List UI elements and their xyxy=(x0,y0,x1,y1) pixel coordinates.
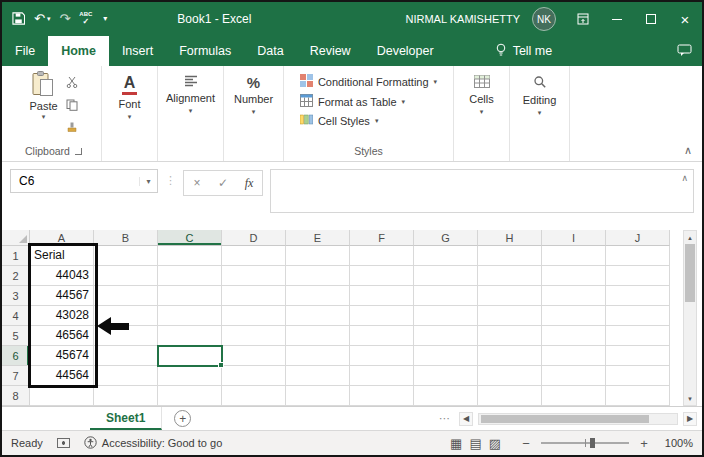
row-header-2[interactable]: 2 xyxy=(2,266,30,286)
font-group-button[interactable]: A Font ▾ xyxy=(102,66,158,161)
spelling-check-icon[interactable]: ABC✓ xyxy=(79,11,92,26)
cell-A1[interactable]: Serial xyxy=(30,246,94,266)
cell-I7[interactable] xyxy=(542,366,606,386)
name-box-dropdown-icon[interactable]: ▾ xyxy=(139,177,157,186)
cell-F8[interactable] xyxy=(350,386,414,406)
cell-G5[interactable] xyxy=(414,326,478,346)
scroll-left-icon[interactable]: ◀ xyxy=(459,412,473,426)
cell-D2[interactable] xyxy=(222,266,286,286)
save-icon[interactable] xyxy=(12,12,25,25)
cell-A4[interactable]: 43028 xyxy=(30,306,94,326)
cell-B7[interactable] xyxy=(94,366,158,386)
tab-home[interactable]: Home xyxy=(48,36,109,66)
tell-me-box[interactable]: Tell me xyxy=(495,36,553,66)
column-header-J[interactable]: J xyxy=(606,230,670,246)
cell-D1[interactable] xyxy=(222,246,286,266)
cut-icon[interactable] xyxy=(66,74,78,92)
cell-H1[interactable] xyxy=(478,246,542,266)
cell-G1[interactable] xyxy=(414,246,478,266)
format-as-table-button[interactable]: Format as Table ▾ xyxy=(300,94,405,109)
cell-C4[interactable] xyxy=(158,306,222,326)
customize-qat-icon[interactable]: ▾ xyxy=(103,15,107,23)
formula-bar-handle[interactable]: ⋮ xyxy=(165,174,176,187)
cell-J5[interactable] xyxy=(606,326,670,346)
paste-button[interactable]: Paste ▾ xyxy=(29,71,57,138)
accessibility-status[interactable]: Accessibility: Good to go xyxy=(84,436,222,451)
column-header-G[interactable]: G xyxy=(414,230,478,246)
column-header-D[interactable]: D xyxy=(222,230,286,246)
cell-H3[interactable] xyxy=(478,286,542,306)
cell-H7[interactable] xyxy=(478,366,542,386)
column-header-C[interactable]: C xyxy=(158,230,222,246)
cell-F7[interactable] xyxy=(350,366,414,386)
column-header-H[interactable]: H xyxy=(478,230,542,246)
page-break-view-icon[interactable]: ▨ xyxy=(489,436,501,451)
conditional-formatting-button[interactable]: Conditional Formatting ▾ xyxy=(300,74,437,89)
cell-G6[interactable] xyxy=(414,346,478,366)
editing-group-button[interactable]: Editing ▾ xyxy=(510,66,570,161)
clipboard-dialog-launcher-icon[interactable] xyxy=(75,148,82,155)
cell-B8[interactable] xyxy=(94,386,158,406)
user-avatar[interactable]: NK xyxy=(532,7,556,31)
cell-I1[interactable] xyxy=(542,246,606,266)
tab-developer[interactable]: Developer xyxy=(364,36,447,66)
cell-A6[interactable]: 45674 xyxy=(30,346,94,366)
scroll-up-icon[interactable]: ▲ xyxy=(684,231,696,244)
cells-group-button[interactable]: Cells ▾ xyxy=(454,66,510,161)
cell-D5[interactable] xyxy=(222,326,286,346)
collapse-ribbon-icon[interactable]: ∧ xyxy=(684,144,692,157)
row-header-6[interactable]: 6 xyxy=(2,346,30,366)
cell-D8[interactable] xyxy=(222,386,286,406)
column-header-F[interactable]: F xyxy=(350,230,414,246)
cell-F4[interactable] xyxy=(350,306,414,326)
macro-record-icon[interactable] xyxy=(57,438,70,448)
cell-I5[interactable] xyxy=(542,326,606,346)
row-header-8[interactable]: 8 xyxy=(2,386,30,406)
tab-data[interactable]: Data xyxy=(244,36,296,66)
add-sheet-button[interactable]: + xyxy=(174,410,191,427)
column-header-B[interactable]: B xyxy=(94,230,158,246)
scroll-right-icon[interactable]: ▶ xyxy=(683,412,697,426)
cell-H2[interactable] xyxy=(478,266,542,286)
scrollbar-resize-handle[interactable]: ⋯ xyxy=(439,412,450,425)
copy-icon[interactable] xyxy=(66,97,78,115)
cell-B2[interactable] xyxy=(94,266,158,286)
zoom-slider-thumb[interactable] xyxy=(590,438,595,448)
name-box[interactable]: C6 ▾ xyxy=(10,169,158,193)
ribbon-display-options-icon[interactable] xyxy=(566,2,600,36)
undo-icon[interactable]: ↶▾ xyxy=(34,12,50,25)
zoom-out-icon[interactable]: − xyxy=(520,436,532,451)
close-button[interactable]: × xyxy=(668,2,702,36)
user-name[interactable]: NIRMAL KAMISHETTY xyxy=(406,13,521,25)
cell-H5[interactable] xyxy=(478,326,542,346)
cancel-entry-icon[interactable]: × xyxy=(184,176,210,190)
cell-H8[interactable] xyxy=(478,386,542,406)
formula-input[interactable]: ∧ xyxy=(270,169,694,213)
cell-styles-button[interactable]: Cell Styles ▾ xyxy=(300,114,378,127)
cell-J6[interactable] xyxy=(606,346,670,366)
cell-H6[interactable] xyxy=(478,346,542,366)
cell-E5[interactable] xyxy=(286,326,350,346)
horizontal-scroll-thumb[interactable] xyxy=(481,415,649,423)
row-header-1[interactable]: 1 xyxy=(2,246,30,266)
cell-F6[interactable] xyxy=(350,346,414,366)
cell-I3[interactable] xyxy=(542,286,606,306)
cell-G8[interactable] xyxy=(414,386,478,406)
cell-A5[interactable]: 46564 xyxy=(30,326,94,346)
redo-icon[interactable]: ↷ xyxy=(59,12,70,25)
cell-J8[interactable] xyxy=(606,386,670,406)
cell-G4[interactable] xyxy=(414,306,478,326)
row-header-5[interactable]: 5 xyxy=(2,326,30,346)
row-header-4[interactable]: 4 xyxy=(2,306,30,326)
cell-J7[interactable] xyxy=(606,366,670,386)
cell-E7[interactable] xyxy=(286,366,350,386)
normal-view-icon[interactable]: ▦ xyxy=(450,436,462,451)
cell-D4[interactable] xyxy=(222,306,286,326)
cell-E1[interactable] xyxy=(286,246,350,266)
column-header-I[interactable]: I xyxy=(542,230,606,246)
alignment-group-button[interactable]: Alignment ▾ xyxy=(158,66,224,161)
cell-J1[interactable] xyxy=(606,246,670,266)
undo-dropdown-icon[interactable]: ▾ xyxy=(47,15,51,22)
cell-D3[interactable] xyxy=(222,286,286,306)
scroll-down-icon[interactable]: ▼ xyxy=(684,392,696,405)
